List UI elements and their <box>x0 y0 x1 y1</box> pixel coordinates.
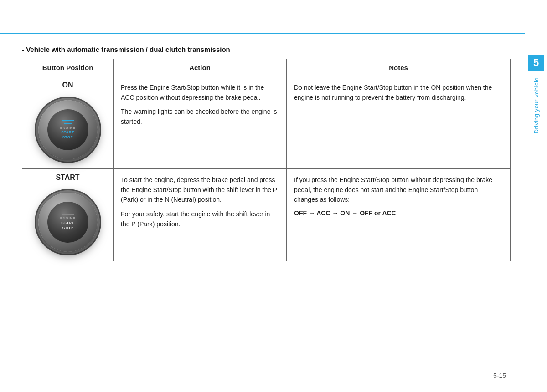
action-cell-on: Press the Engine Start/Stop button while… <box>114 76 287 169</box>
notes-para-1-on: Do not leave the Engine Start/Stop butto… <box>294 83 503 102</box>
icon-line-1 <box>62 120 74 121</box>
button-wrap-start: ENGINE START STOP <box>22 185 113 261</box>
sidebar-number: 5 <box>528 55 544 71</box>
main-content: - Vehicle with automatic transmission / … <box>22 46 511 261</box>
position-label-on: ON <box>22 76 113 93</box>
section-title: - Vehicle with automatic transmission / … <box>22 46 511 53</box>
icon-line-gray-1 <box>62 214 74 215</box>
icon-line-3 <box>64 123 72 124</box>
icon-lines-start <box>62 214 74 215</box>
action-cell-start: To start the engine, depress the brake p… <box>114 169 287 261</box>
page-number: 5-15 <box>493 372 506 379</box>
position-cell-start: START ENGINE START S <box>22 169 114 261</box>
action-para-2-start: For your safety, start the engine with t… <box>121 209 279 229</box>
notes-bold-start: OFF → ACC → ON → OFF or ACC <box>294 209 503 219</box>
notes-para-1-start: If you press the Engine Start/Stop butto… <box>294 175 503 205</box>
action-para-1-start: To start the engine, depress the brake p… <box>121 175 279 205</box>
position-label-start: START <box>22 169 113 185</box>
table-row: ON ENGINE <box>22 76 511 169</box>
main-table: Button Position Action Notes ON <box>22 59 511 261</box>
icon-line-2 <box>63 122 73 122</box>
engine-btn-inner-start: ENGINE START STOP <box>47 202 88 243</box>
notes-cell-on: Do not leave the Engine Start/Stop butto… <box>287 76 511 169</box>
col-header-notes: Notes <box>287 59 511 76</box>
right-sidebar: 5 Driving your vehicle <box>525 0 547 392</box>
action-para-2-on: The warning lights can be checked before… <box>121 107 279 127</box>
btn-text-on: ENGINE START STOP <box>60 126 76 140</box>
top-line <box>0 33 547 34</box>
button-wrap-on: ENGINE START STOP <box>22 93 113 168</box>
engine-btn-inner-on: ENGINE START STOP <box>47 109 88 150</box>
icon-lines-on <box>62 120 74 124</box>
sidebar-text: Driving your vehicle <box>533 77 540 133</box>
col-header-action: Action <box>114 59 287 76</box>
col-header-position: Button Position <box>22 59 114 76</box>
action-para-1-on: Press the Engine Start/Stop button while… <box>121 83 279 102</box>
btn-text-start: ENGINE START STOP <box>60 216 76 230</box>
engine-btn-outer-start: ENGINE START STOP <box>38 193 98 252</box>
engine-btn-outer-on: ENGINE START STOP <box>38 100 98 159</box>
position-cell-on: ON ENGINE <box>22 76 114 169</box>
table-row: START ENGINE START S <box>22 169 511 261</box>
notes-cell-start: If you press the Engine Start/Stop butto… <box>287 169 511 261</box>
